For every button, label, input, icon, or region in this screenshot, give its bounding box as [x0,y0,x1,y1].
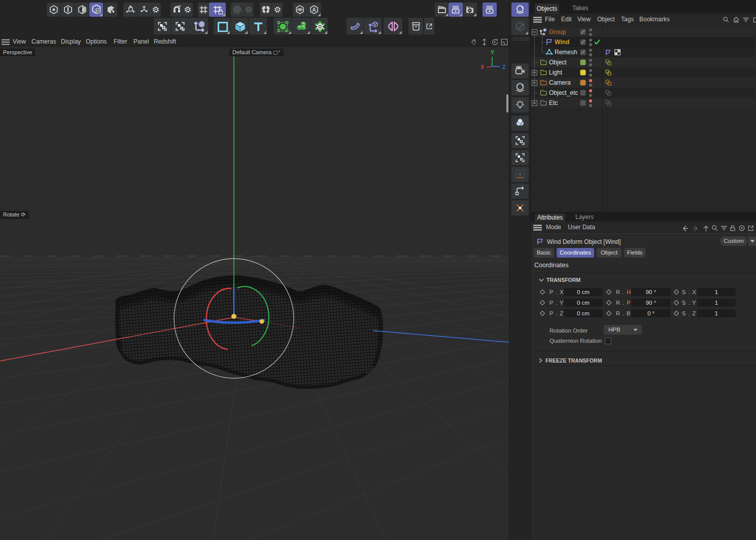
svg-text:Z: Z [502,64,506,70]
svg-text:A: A [312,7,316,13]
svg-text:Y: Y [491,49,495,55]
svg-text:X: X [480,64,485,70]
